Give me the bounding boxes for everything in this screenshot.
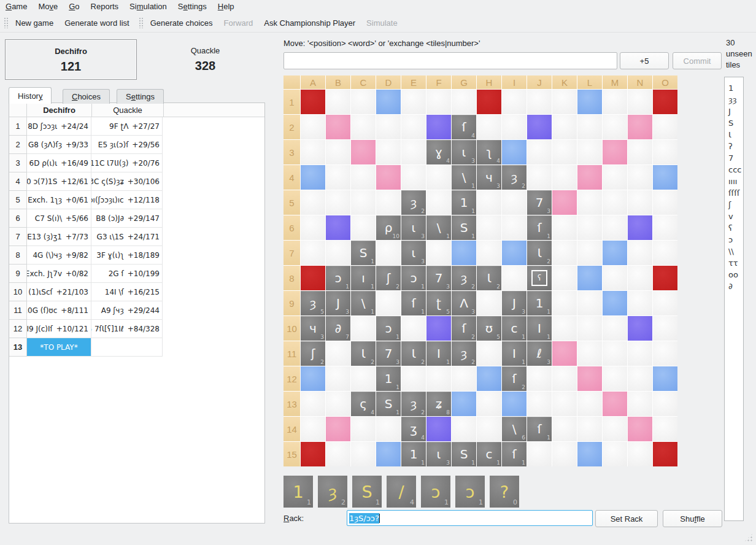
board-square-O14[interactable] — [653, 417, 677, 441]
history-cell-player1[interactable]: C7 S(ı)\+5/66 — [27, 209, 91, 228]
board-square-H9[interactable] — [477, 291, 501, 315]
board-square-G10[interactable]: ſ2 — [452, 316, 476, 341]
history-cell-player2[interactable]: 14I \ſ+16/215 — [91, 283, 163, 301]
board-square-G12[interactable] — [452, 366, 476, 391]
board-square-K2[interactable] — [552, 115, 577, 139]
board-square-O9[interactable] — [653, 291, 677, 315]
board-square-G1[interactable] — [452, 90, 476, 114]
board-square-K5[interactable] — [552, 190, 577, 215]
board-square-G2[interactable]: ſ4 — [452, 115, 476, 139]
board-square-O11[interactable] — [653, 341, 677, 366]
board-square-H2[interactable] — [477, 115, 501, 139]
board-square-A3[interactable] — [301, 140, 325, 164]
board-square-O4[interactable] — [653, 165, 677, 190]
rack-tile[interactable]: ?0 — [490, 476, 519, 508]
board-square-E2[interactable] — [401, 115, 426, 139]
history-cell-player1[interactable]: Exch. Jʅ7v+0/82 — [27, 265, 91, 283]
plus5-button[interactable]: +5 — [620, 52, 669, 69]
board-square-M2[interactable] — [603, 115, 627, 139]
board-square-K15[interactable] — [552, 442, 577, 466]
board-square-I8[interactable] — [502, 266, 526, 290]
board-square-L2[interactable] — [577, 115, 602, 139]
board-square-B8[interactable]: ɔ1 — [326, 266, 350, 290]
tab-history[interactable]: History — [9, 87, 52, 104]
board-square-D15[interactable] — [376, 442, 401, 466]
set-rack-button[interactable]: Set Rack — [595, 510, 658, 527]
board-square-H3[interactable]: ʅ4 — [477, 140, 501, 164]
history-cell-player2[interactable]: 8B ɔı(ʃɔɔȝι)ıc+12/118 — [91, 191, 163, 209]
board-square-A2[interactable] — [301, 115, 325, 139]
toolbar-generate-word-list[interactable]: Generate word list — [59, 15, 135, 31]
board-square-G6[interactable]: S1 — [452, 215, 476, 240]
board-square-L3[interactable] — [577, 140, 602, 164]
board-square-I6[interactable] — [502, 215, 526, 240]
board-square-C4[interactable] — [351, 165, 376, 190]
board-square-I5[interactable] — [502, 190, 526, 215]
board-square-I13[interactable] — [502, 392, 526, 416]
board-square-D10[interactable]: ɔ1 — [376, 316, 401, 341]
window-resize-grip[interactable] — [744, 533, 754, 543]
board-square-A4[interactable] — [301, 165, 325, 190]
unseen-tiles-list[interactable]: 1ȝȝJSƖʔ7cccııııſſſſʃvʕɔ\\ττoo∂ — [724, 77, 744, 521]
board-square-C14[interactable] — [351, 417, 376, 441]
board-square-F8[interactable]: 73 — [426, 266, 451, 290]
board-square-I15[interactable]: ſ1 — [502, 442, 526, 466]
rack-input[interactable]: 1ȝS/ɔɔ? — [347, 510, 593, 526]
board-square-N6[interactable] — [628, 215, 652, 240]
board-square-M12[interactable] — [603, 366, 627, 391]
board-square-F5[interactable] — [426, 190, 451, 215]
toolbar-handle[interactable] — [4, 17, 8, 28]
board-square-N9[interactable] — [628, 291, 652, 315]
board-square-M7[interactable] — [603, 241, 627, 265]
board-square-O5[interactable] — [653, 190, 677, 215]
board-square-A11[interactable]: ʃ2 — [301, 341, 325, 366]
board-square-A7[interactable] — [301, 241, 325, 265]
history-cell-player2[interactable]: 3F ɣ(ι)ʅ+18/189 — [91, 246, 163, 265]
board-square-I2[interactable] — [502, 115, 526, 139]
menu-go[interactable]: Go — [63, 0, 85, 13]
board-square-J5[interactable]: 73 — [527, 190, 552, 215]
board-square-F15[interactable]: ι3 — [426, 442, 451, 466]
board-square-N7[interactable] — [628, 241, 652, 265]
board-square-L15[interactable] — [577, 442, 602, 466]
board-square-G8[interactable]: ȝ2 — [452, 266, 476, 290]
board-square-O8[interactable] — [653, 266, 677, 290]
history-row[interactable]: 5Exch. 1ʅȝ+0/618B ɔı(ʃɔɔȝι)ıc+12/118 — [9, 191, 264, 209]
board-square-E11[interactable]: Ɩ2 — [401, 341, 426, 366]
board-square-N2[interactable] — [628, 115, 652, 139]
menu-move[interactable]: Move — [33, 0, 63, 13]
board-square-A9[interactable]: ȝ5 — [301, 291, 325, 315]
board-square-C15[interactable] — [351, 442, 376, 466]
board-square-B3[interactable] — [326, 140, 350, 164]
history-row-current[interactable]: 13*TO PLAY* — [9, 338, 264, 357]
history-row[interactable]: 1015E (1)ιScſ+21/10314I \ſ+16/215 — [9, 283, 264, 301]
history-cell-player2[interactable]: J5 7ſƖ[ʕ]1Iℓ+84/328 — [91, 320, 163, 338]
history-cell-player2[interactable]: 9F ʈΛ+27/27 — [91, 117, 163, 136]
board-square-H8[interactable]: Ɩ2 — [477, 266, 501, 290]
history-cell-player1[interactable]: 10G (ſ)ʊc+8/111 — [27, 301, 91, 320]
board-square-M14[interactable] — [603, 417, 627, 441]
board-square-J14[interactable]: ſ1 — [527, 417, 552, 441]
board-square-A10[interactable]: ч3 — [301, 316, 325, 341]
history-cell-player1[interactable]: 15E (1)ιScſ+21/103 — [27, 283, 91, 301]
board-square-D5[interactable] — [376, 190, 401, 215]
rack-tile[interactable]: ȝ2 — [318, 476, 347, 508]
history-cell-player1[interactable]: I9 J(c)Iſ+10/121 — [27, 320, 91, 338]
board-square-J8[interactable]: ʕ — [527, 266, 552, 290]
board-square-F10[interactable] — [426, 316, 451, 341]
commit-button[interactable]: Commit — [673, 52, 722, 69]
board-square-O2[interactable] — [653, 115, 677, 139]
board-square-J10[interactable]: I1 — [527, 316, 552, 341]
board-square-E10[interactable] — [401, 316, 426, 341]
board-square-A13[interactable] — [301, 392, 325, 416]
board-square-K8[interactable] — [552, 266, 577, 290]
board-square-L9[interactable] — [577, 291, 602, 315]
board-square-C13[interactable]: ς4 — [351, 392, 376, 416]
history-row[interactable]: 12I9 J(c)Iſ+10/121J5 7ſƖ[ʕ]1Iℓ+84/328 — [9, 320, 264, 338]
board-square-K9[interactable] — [552, 291, 577, 315]
board-square-I3[interactable] — [502, 140, 526, 164]
board-square-D7[interactable] — [376, 241, 401, 265]
board-square-G15[interactable]: S1 — [452, 442, 476, 466]
history-cell-player1[interactable]: 4G (\)чȝ+9/82 — [27, 246, 91, 265]
board-square-D12[interactable]: 11 — [376, 366, 401, 391]
